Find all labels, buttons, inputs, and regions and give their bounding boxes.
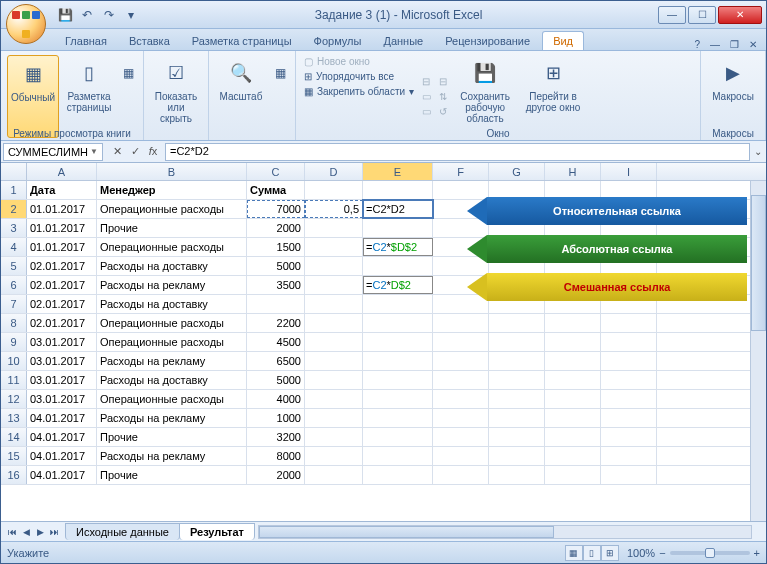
cell[interactable]: [601, 428, 657, 446]
unhide-button[interactable]: ▭: [420, 105, 433, 118]
cell[interactable]: [433, 352, 489, 370]
view-gallery-button[interactable]: ▦: [119, 55, 137, 138]
cell[interactable]: 4500: [247, 333, 305, 351]
cell[interactable]: 3500: [247, 276, 305, 294]
cell[interactable]: 8000: [247, 447, 305, 465]
cell[interactable]: [545, 447, 601, 465]
tab-formulas[interactable]: Формулы: [304, 32, 372, 50]
cell[interactable]: 1500: [247, 238, 305, 256]
hide-button[interactable]: ▭: [420, 90, 433, 103]
cell[interactable]: [305, 295, 363, 313]
cell[interactable]: [601, 390, 657, 408]
horizontal-scrollbar[interactable]: [258, 525, 752, 539]
cell[interactable]: [363, 257, 433, 275]
tab-review[interactable]: Рецензирование: [435, 32, 540, 50]
cell[interactable]: 04.01.2017: [27, 466, 97, 484]
help-icon[interactable]: ?: [691, 39, 703, 50]
row-header[interactable]: 14: [1, 428, 27, 446]
row-header[interactable]: 4: [1, 238, 27, 256]
sync-scroll-button[interactable]: ⇅: [437, 90, 449, 103]
row-header[interactable]: 8: [1, 314, 27, 332]
cell[interactable]: [305, 466, 363, 484]
tab-page-layout[interactable]: Разметка страницы: [182, 32, 302, 50]
doc-close-icon[interactable]: ✕: [746, 39, 760, 50]
cell[interactable]: [363, 352, 433, 370]
cell[interactable]: 1000: [247, 409, 305, 427]
arrange-all-button[interactable]: ⊞Упорядочить все: [302, 70, 416, 83]
cell[interactable]: 3200: [247, 428, 305, 446]
close-button[interactable]: ✕: [718, 6, 762, 24]
cell[interactable]: [545, 409, 601, 427]
cell[interactable]: [363, 181, 433, 199]
cell[interactable]: [433, 428, 489, 446]
cell[interactable]: 03.01.2017: [27, 352, 97, 370]
sheet-prev-icon[interactable]: ◀: [19, 527, 33, 537]
cell[interactable]: [489, 409, 545, 427]
undo-icon[interactable]: ↶: [79, 7, 95, 23]
worksheet-grid[interactable]: ABCDEFGHI 1ДатаМенеджерСумма201.01.2017О…: [1, 163, 766, 521]
col-header-g[interactable]: G: [489, 163, 545, 180]
doc-minimize-icon[interactable]: —: [707, 39, 723, 50]
col-header-b[interactable]: B: [97, 163, 247, 180]
show-hide-button[interactable]: ☑ Показать или скрыть: [150, 55, 202, 138]
cell[interactable]: [489, 466, 545, 484]
cell[interactable]: [363, 447, 433, 465]
cell[interactable]: Операционные расходы: [97, 238, 247, 256]
cell[interactable]: [601, 352, 657, 370]
macros-button[interactable]: ▶ Макросы: [707, 55, 759, 138]
cell[interactable]: Расходы на рекламу: [97, 409, 247, 427]
cell[interactable]: [305, 181, 363, 199]
cell[interactable]: [305, 238, 363, 256]
zoom-button[interactable]: 🔍 Масштаб: [215, 55, 267, 138]
cell[interactable]: =C2*D2: [363, 200, 433, 218]
zoom-in-icon[interactable]: +: [754, 547, 760, 559]
cell[interactable]: 04.01.2017: [27, 447, 97, 465]
cell[interactable]: 04.01.2017: [27, 409, 97, 427]
cell[interactable]: Прочие: [97, 428, 247, 446]
cell[interactable]: 6500: [247, 352, 305, 370]
cell[interactable]: 01.01.2017: [27, 219, 97, 237]
cell[interactable]: 2200: [247, 314, 305, 332]
cell[interactable]: [305, 257, 363, 275]
cell[interactable]: 7000: [247, 200, 305, 218]
cell[interactable]: 5000: [247, 257, 305, 275]
cell[interactable]: [489, 333, 545, 351]
row-header[interactable]: 11: [1, 371, 27, 389]
cell[interactable]: Расходы на доставку: [97, 295, 247, 313]
col-header-i[interactable]: I: [601, 163, 657, 180]
cell[interactable]: Сумма: [247, 181, 305, 199]
tab-data[interactable]: Данные: [373, 32, 433, 50]
cell[interactable]: 2000: [247, 466, 305, 484]
cell[interactable]: [545, 428, 601, 446]
save-icon[interactable]: 💾: [57, 7, 73, 23]
switch-window-button[interactable]: ⊞ Перейти в другое окно: [521, 55, 585, 138]
cell[interactable]: Расходы на рекламу: [97, 352, 247, 370]
cell[interactable]: [363, 409, 433, 427]
maximize-button[interactable]: ☐: [688, 6, 716, 24]
cell[interactable]: Операционные расходы: [97, 314, 247, 332]
cell[interactable]: 01.01.2017: [27, 200, 97, 218]
cell[interactable]: Расходы на рекламу: [97, 276, 247, 294]
cell[interactable]: 03.01.2017: [27, 390, 97, 408]
view-normal-icon[interactable]: ▦: [565, 545, 583, 561]
cell[interactable]: Расходы на рекламу: [97, 447, 247, 465]
cell[interactable]: Расходы на доставку: [97, 371, 247, 389]
sheet-first-icon[interactable]: ⏮: [5, 527, 19, 537]
col-header-e[interactable]: E: [363, 163, 433, 180]
cell[interactable]: 01.01.2017: [27, 238, 97, 256]
name-box-dropdown-icon[interactable]: ▼: [90, 147, 98, 156]
freeze-panes-button[interactable]: ▦Закрепить области ▾: [302, 85, 416, 98]
cell[interactable]: [601, 466, 657, 484]
row-header[interactable]: 1: [1, 181, 27, 199]
view-layout-icon[interactable]: ▯: [583, 545, 601, 561]
cell[interactable]: [305, 219, 363, 237]
cell[interactable]: [363, 466, 433, 484]
row-header[interactable]: 7: [1, 295, 27, 313]
cell[interactable]: Операционные расходы: [97, 390, 247, 408]
cell[interactable]: [305, 409, 363, 427]
row-header[interactable]: 9: [1, 333, 27, 351]
fx-icon[interactable]: fx: [145, 145, 161, 158]
cell[interactable]: 02.01.2017: [27, 257, 97, 275]
cell[interactable]: [305, 276, 363, 294]
cell[interactable]: [305, 371, 363, 389]
